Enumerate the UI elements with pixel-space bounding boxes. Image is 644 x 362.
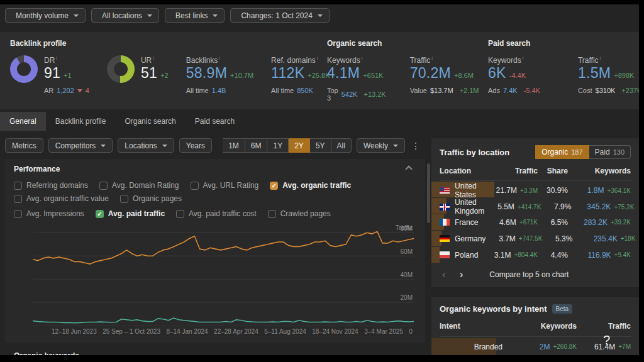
sub-value: $310K	[596, 87, 616, 94]
backlinks-stat: Backlinksi 58.9M+10.7M All time1.4B	[186, 55, 253, 94]
metric-checkbox[interactable]: Organic pages	[120, 194, 182, 203]
traffic-value: 3.1M	[494, 251, 511, 260]
keywords-value[interactable]: 345.2K	[587, 202, 611, 211]
traffic-change: +747.5K	[519, 235, 543, 242]
toolbar-filter-button[interactable]: Changes: 1 Oct 2024	[230, 8, 329, 23]
performance-chart[interactable]	[33, 227, 414, 326]
column-header[interactable]: Traffic	[481, 167, 538, 175]
metric-checkbox[interactable]: Avg. URL Rating	[191, 181, 259, 190]
column-header[interactable]: Keywords	[568, 167, 631, 175]
chevron-down-icon	[213, 14, 218, 17]
toolbar-filter-button[interactable]: Monthly volume	[5, 8, 86, 23]
chart-x-axis: 12–18 Jun 2023 25 Sep – 1 Oct 2023 8–14 …	[14, 326, 416, 340]
stat-label: Keywords	[327, 56, 360, 65]
sub-value[interactable]: 542K	[341, 90, 358, 98]
sub-label: Value	[410, 87, 427, 94]
scrollbar[interactable]	[425, 138, 431, 355]
backlink-profile-group: Backlink profile DRi 91+1 AR 1,202 4	[0, 39, 317, 102]
collapse-chevron-icon[interactable]	[405, 166, 412, 173]
table-row[interactable]: Branded 2M+260.8K 61.4M+7M	[440, 338, 631, 355]
metric-checkbox[interactable]: Crawled pages	[268, 209, 331, 218]
column-header[interactable]: Share	[538, 167, 568, 175]
performance-chart-area[interactable]: Traffic80M60M40M20M	[33, 227, 414, 326]
next-page-icon[interactable]: ›	[457, 269, 466, 280]
keywords-value[interactable]: 283.2K	[584, 218, 608, 227]
alltime-value[interactable]: 850K	[297, 87, 313, 94]
more-options-icon[interactable]	[410, 138, 421, 153]
table-row[interactable]: Germany 3.7M+747.5K 5.3% 235.4K+18K	[440, 231, 631, 246]
filter-button[interactable]: Years	[179, 138, 212, 153]
keywords-value[interactable]: 116.9K	[587, 251, 611, 260]
stat-value[interactable]: 4.1M	[327, 65, 360, 81]
toolbar-filter-button[interactable]: All locations	[91, 8, 159, 23]
prev-page-icon[interactable]: ‹	[440, 269, 448, 280]
column-header[interactable]: Keywords	[502, 322, 577, 331]
filter-button-label: Years	[186, 141, 205, 150]
column-header[interactable]: Traffic	[577, 322, 631, 331]
keywords-value[interactable]: 1.8M	[587, 186, 604, 195]
metric-checkbox[interactable]: Avg. Domain Rating	[99, 181, 179, 190]
column-header[interactable]: Intent	[440, 322, 502, 331]
date-range-button[interactable]: All	[331, 138, 352, 153]
toggle-button[interactable]: Organic 187	[535, 145, 589, 159]
toggle-button[interactable]: Paid 130	[589, 145, 631, 159]
right-column: Traffic by location Organic 187 Paid 130	[431, 138, 639, 355]
keywords-change: +260.8K	[553, 343, 577, 350]
tab[interactable]: Paid search	[186, 112, 244, 131]
sub-change: +13.2K	[364, 90, 386, 98]
stat-change: -4.4K	[509, 72, 526, 79]
share-bar	[431, 247, 440, 263]
ur-label: UR	[141, 56, 152, 65]
content-area: Metrics Competitors Locations	[0, 131, 639, 355]
traffic-value: 21.7M	[496, 186, 517, 195]
table-row[interactable]: France 4.6M+671K 6.5% 283.2K+39.2K	[440, 214, 631, 230]
alltime-label: All time	[186, 87, 209, 94]
stat-value[interactable]: 1.5M	[578, 65, 611, 81]
scrollbar-thumb[interactable]	[427, 163, 430, 223]
table-row[interactable]: United Kingdom 5.5M+414.7K 7.9% 345.2K+7…	[440, 198, 631, 214]
toolbar-filter-label: Monthly volume	[16, 11, 69, 20]
chart-controls: Metrics Competitors Locations	[5, 138, 425, 153]
keywords-value[interactable]: 235.4K	[594, 234, 618, 243]
date-range-group: 1M 6M 1Y 2Y 5Y All	[223, 138, 352, 153]
compare-link[interactable]: Compare top 5 on chart	[489, 270, 569, 279]
checkbox-icon	[99, 182, 108, 190]
interval-dropdown[interactable]: Weekly	[357, 138, 405, 153]
ar-value[interactable]: 1,202	[57, 87, 74, 94]
help-icon[interactable]: ?	[603, 333, 610, 348]
tab[interactable]: Backlink profile	[46, 112, 116, 131]
date-range-button[interactable]: 2Y	[289, 138, 310, 153]
stat-value[interactable]: 70.2M	[410, 65, 451, 81]
sub-value[interactable]: 7.4K	[503, 87, 518, 94]
metric-checkbox[interactable]: Avg. paid traffic cost	[176, 209, 257, 218]
filter-button[interactable]: Metrics	[5, 138, 43, 153]
metric-label: Referring domains	[26, 181, 88, 190]
tab[interactable]: Organic search	[115, 112, 185, 131]
filter-button[interactable]: Locations	[118, 138, 174, 153]
date-range-button[interactable]: 5Y	[310, 138, 331, 153]
date-range-button[interactable]: 1M	[223, 138, 245, 153]
date-range-button[interactable]: 6M	[245, 138, 268, 153]
metric-checkbox[interactable]: Avg. paid traffic	[96, 209, 165, 218]
location-name: France	[455, 218, 478, 227]
stat-value[interactable]: 6K	[488, 65, 506, 81]
x-tick-label: 25 Sep – 1 Oct 2023	[103, 328, 160, 335]
toolbar-filter-button[interactable]: Best links	[165, 8, 225, 23]
checkbox-icon	[96, 210, 104, 218]
metric-checkbox[interactable]: Referring domains	[14, 181, 88, 190]
date-range-button[interactable]: 1Y	[267, 138, 289, 153]
metric-checkbox[interactable]: Avg. organic traffic	[270, 181, 351, 190]
backlinks-value[interactable]: 58.9M	[186, 65, 227, 81]
metric-checkbox[interactable]: Avg. organic traffic value	[14, 194, 109, 203]
keywords-value[interactable]: 2M	[540, 343, 550, 351]
filter-button[interactable]: Competitors	[48, 138, 113, 153]
tab[interactable]: General	[0, 112, 46, 131]
alltime-value[interactable]: 1.4B	[212, 87, 226, 94]
checkbox-icon	[120, 195, 128, 203]
table-row[interactable]: United States 21.7M+3.3M 30.9% 1.8M+364.…	[440, 182, 631, 197]
column-header[interactable]: Location	[440, 167, 481, 175]
metric-checkbox[interactable]: Avg. Impressions	[14, 209, 84, 218]
ref-domains-value[interactable]: 112K	[271, 65, 304, 81]
traffic-change: +414.7K	[518, 204, 541, 211]
table-row[interactable]: Poland 3.1M+804.4K 4.4% 116.9K+9.4K	[440, 247, 631, 263]
